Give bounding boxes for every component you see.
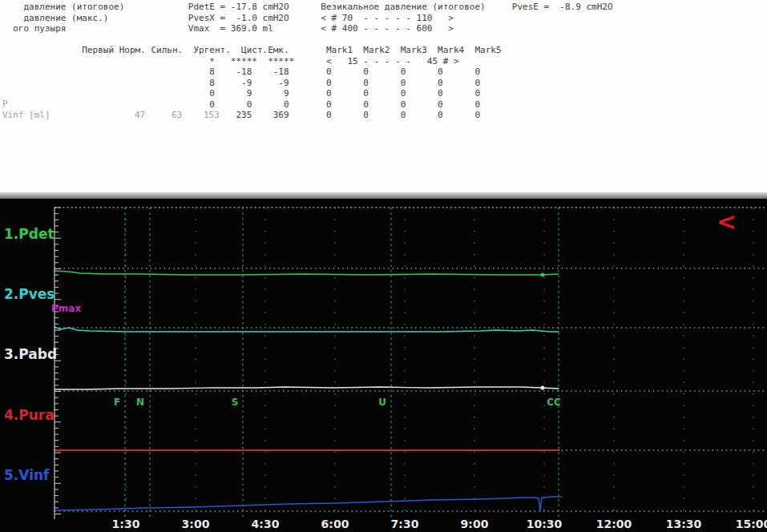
time-tick-label: 7:30	[391, 518, 419, 530]
panel-divider	[0, 192, 767, 199]
vinf-value-norm: 63	[172, 110, 182, 121]
report-table-row: 0 9 9 0 0 0 0 0	[2, 88, 613, 99]
chart-plot-area[interactable]: 1:303:004:306:007:309:0010:3012:0013:301…	[0, 199, 767, 532]
chart-cursor-arrow[interactable]: <	[717, 210, 737, 234]
channel-label-vinf[interactable]: 5.Vinf	[4, 467, 54, 483]
time-tick-label: 13:30	[666, 518, 702, 530]
vinf-trace[interactable]	[54, 497, 561, 511]
report-table-header: Первый Норм. Сильн. Ургент. Цист.Емк. Ma…	[2, 45, 613, 56]
channel-label-pves[interactable]: 2.Pves	[4, 286, 54, 302]
trace-chart-panel: 1:303:004:306:007:309:0010:3012:0013:301…	[0, 199, 767, 532]
pdet-trace[interactable]	[54, 271, 559, 275]
urodynamics-app-window: давление (итоговое) PdetE = -17.8 cmH2O …	[0, 0, 767, 532]
report-table-row: 235 369 0 0 0 0 0	[2, 110, 613, 121]
event-label-cc: CC	[547, 397, 561, 408]
report-table-subheader: * ***** ***** < 15 - - - - - 45 # >	[2, 56, 613, 67]
report-table-row: 8 -9 -9 0 0 0 0 0	[2, 78, 613, 89]
report-line: ого пузыря Vmax = 369.0 ml < # 400 - - -…	[2, 23, 613, 34]
event-label-f: F	[114, 397, 120, 408]
time-tick-label: 12:00	[596, 518, 632, 530]
report-line	[2, 34, 613, 46]
report-line: давление (макс.) PvesX = -1.0 cmH2O < # …	[2, 13, 613, 24]
time-tick-label: 6:00	[321, 518, 349, 530]
event-label-n: N	[136, 397, 144, 408]
time-tick-label: 3:00	[182, 518, 210, 530]
time-tick-label: 1:30	[112, 518, 140, 530]
pabd-trace[interactable]	[54, 387, 559, 389]
channel-label-pura[interactable]: 4.Pura	[4, 407, 54, 423]
row-label-vinf: Vinf [ml]	[2, 110, 50, 121]
report-line: давление (итоговое) PdetE = -17.8 cmH2O …	[2, 2, 613, 13]
results-report-panel: давление (итоговое) PdetE = -17.8 cmH2O …	[0, 0, 767, 192]
vinf-value-strong: 153	[204, 110, 220, 121]
event-label-s: S	[232, 397, 239, 408]
pmax-marker-label: Pmax	[51, 303, 81, 314]
pabd-endpoint-dot	[540, 385, 544, 389]
report-text-block: давление (итоговое) PdetE = -17.8 cmH2O …	[2, 2, 613, 121]
vinf-value-first: 47	[135, 110, 145, 121]
channel-label-pdet[interactable]: 1.Pdet	[4, 226, 54, 242]
row-label-p: P	[2, 99, 8, 110]
time-tick-label: 9:00	[461, 518, 489, 530]
report-table-row: 8 -18 -18 0 0 0 0 0	[2, 66, 613, 78]
event-label-u: U	[378, 397, 386, 408]
pdet-endpoint-dot	[540, 272, 544, 276]
report-table-row: 0 0 0 0 0 0 0 0	[2, 99, 613, 111]
time-tick-label: 15:00	[736, 518, 767, 530]
channel-label-pabd[interactable]: 3.Pabd	[4, 346, 54, 362]
time-tick-label: 10:30	[527, 518, 563, 530]
time-tick-label: 4:30	[252, 518, 280, 530]
